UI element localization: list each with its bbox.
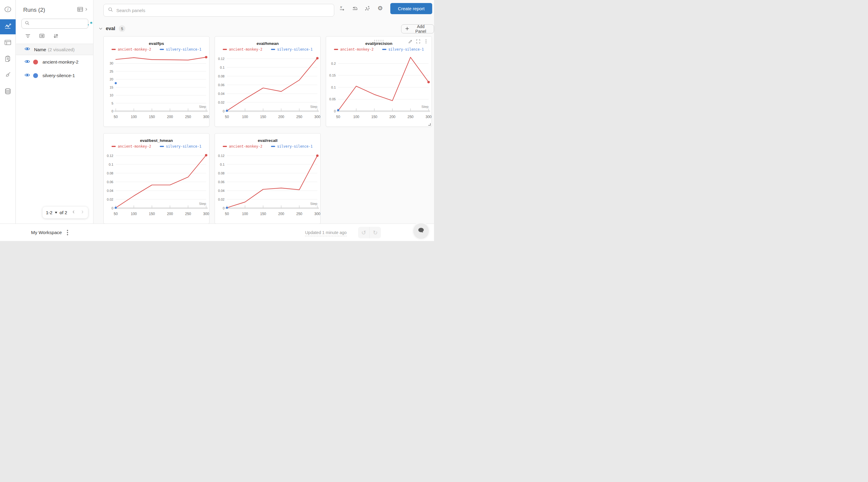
chart-panel[interactable]: eval/fps ancient-monkey-2silvery-silence… <box>103 36 210 127</box>
svg-text:300: 300 <box>203 115 209 119</box>
chart-panel[interactable]: eval/precision ancient-monkey-2silvery-s… <box>326 36 432 127</box>
svg-text:150: 150 <box>371 115 377 119</box>
workspace-name[interactable]: My Workspace <box>31 230 62 235</box>
resize-handle[interactable] <box>428 123 431 126</box>
workspace-menu-icon[interactable] <box>67 230 68 235</box>
page-of-label: of 2 <box>60 210 67 215</box>
svg-text:300: 300 <box>314 212 320 216</box>
visualized-header-row[interactable]: Name (2 visualized) <box>16 44 93 55</box>
create-report-button[interactable]: Create report <box>390 3 432 14</box>
panel-search-input[interactable] <box>116 8 330 13</box>
smoothing-iron-icon[interactable] <box>352 5 358 11</box>
legend-item[interactable]: ancient-monkey-2 <box>112 47 151 52</box>
edit-panel-icon[interactable] <box>408 39 413 45</box>
svg-text:0.04: 0.04 <box>107 189 113 193</box>
chart-panel[interactable]: eval/recall ancient-monkey-2silvery-sile… <box>215 133 321 224</box>
svg-text:0.06: 0.06 <box>218 180 224 184</box>
eye-icon[interactable] <box>24 73 30 78</box>
legend-run-name: ancient-monkey-2 <box>229 144 262 149</box>
redo-icon[interactable]: ↻ <box>370 227 381 238</box>
svg-text:0.05: 0.05 <box>330 97 336 101</box>
prev-page-icon[interactable] <box>71 210 76 215</box>
chart-plot[interactable]: 00.020.040.060.080.10.125010015020025030… <box>215 52 321 122</box>
svg-text:0.06: 0.06 <box>218 83 224 87</box>
runs-search-box[interactable]: .* <box>22 19 88 29</box>
svg-text:0.12: 0.12 <box>218 57 224 61</box>
brush-icon <box>4 71 12 80</box>
runs-search-input[interactable] <box>32 22 87 26</box>
expand-runs-icon[interactable] <box>84 7 88 13</box>
chart-panel[interactable]: eval/best_hmean ancient-monkey-2silvery-… <box>103 133 210 224</box>
chart-title: eval/recall <box>215 138 320 143</box>
legend-item[interactable]: silvery-silence-1 <box>271 144 313 149</box>
run-name[interactable]: silvery-silence-1 <box>42 73 75 78</box>
legend-run-name: ancient-monkey-2 <box>340 47 374 52</box>
fullscreen-icon[interactable] <box>415 39 421 45</box>
filter-icon[interactable] <box>25 33 31 40</box>
sort-icon[interactable] <box>53 33 59 40</box>
chart-plot[interactable]: 00.020.040.060.080.10.125010015020025030… <box>215 149 321 219</box>
legend-item[interactable]: silvery-silence-1 <box>160 47 202 52</box>
undo-icon[interactable]: ↺ <box>358 227 370 238</box>
group-list-icon[interactable] <box>39 33 45 40</box>
svg-text:15: 15 <box>110 86 113 89</box>
legend-item[interactable]: silvery-silence-1 <box>382 47 424 52</box>
svg-text:Step: Step <box>310 202 317 205</box>
legend-item[interactable]: ancient-monkey-2 <box>223 47 262 52</box>
rail-item-sweeps[interactable] <box>0 68 16 83</box>
rail-item-artifacts[interactable] <box>0 84 16 99</box>
panel-menu-icon[interactable] <box>424 39 429 45</box>
settings-gear-icon[interactable]: ⚙ <box>377 5 383 11</box>
updated-timestamp[interactable]: Updated 1 minute ago <box>305 230 347 236</box>
legend-dash <box>271 146 275 147</box>
svg-text:0: 0 <box>112 206 113 210</box>
run-color-dot <box>33 60 38 64</box>
section-title[interactable]: eval <box>106 26 115 31</box>
left-rail: i <box>0 0 16 224</box>
chart-plot[interactable]: 00.050.10.150.250100150200250300Step <box>326 52 432 122</box>
svg-text:0: 0 <box>112 109 113 113</box>
rail-item-logs[interactable] <box>0 52 16 67</box>
legend-dash <box>160 146 164 147</box>
visualized-label: Name <box>34 47 46 52</box>
legend-item[interactable]: ancient-monkey-2 <box>112 144 151 149</box>
chart-plot[interactable]: 00.020.040.060.080.10.125010015020025030… <box>104 149 210 219</box>
outliers-icon[interactable] <box>364 5 371 11</box>
add-panel-button[interactable]: Add Panel <box>401 24 434 33</box>
regex-toggle[interactable]: .* <box>87 22 93 26</box>
search-icon <box>25 21 30 27</box>
help-chat-button[interactable] <box>413 223 429 239</box>
legend-run-name: silvery-silence-1 <box>166 47 202 52</box>
legend-item[interactable]: silvery-silence-1 <box>160 144 202 149</box>
legend-item[interactable]: ancient-monkey-2 <box>223 144 262 149</box>
svg-text:100: 100 <box>131 212 137 216</box>
svg-text:100: 100 <box>242 115 248 119</box>
svg-text:150: 150 <box>260 115 266 119</box>
eye-icon[interactable] <box>24 59 30 65</box>
page-size-caret-icon[interactable] <box>55 212 57 214</box>
page-range-label[interactable]: 1-2 <box>46 210 53 215</box>
next-page-icon[interactable] <box>80 210 85 215</box>
runs-table-icon[interactable] <box>77 6 84 14</box>
run-name[interactable]: ancient-monkey-2 <box>42 59 79 64</box>
rail-item-info[interactable]: i <box>0 2 16 18</box>
drag-handle-icon[interactable] <box>373 39 384 43</box>
svg-text:5: 5 <box>112 101 113 105</box>
rail-item-workspace[interactable] <box>0 19 16 34</box>
eye-icon[interactable] <box>24 47 30 52</box>
legend-run-name: silvery-silence-1 <box>389 47 424 52</box>
svg-text:200: 200 <box>390 115 396 119</box>
legend-item[interactable]: ancient-monkey-2 <box>334 47 374 52</box>
run-row[interactable]: silvery-silence-1 <box>16 69 93 82</box>
legend-item[interactable]: silvery-silence-1 <box>271 47 313 52</box>
chevron-down-icon[interactable] <box>98 26 103 31</box>
svg-text:0.1: 0.1 <box>109 163 113 166</box>
x-axis-settings-icon[interactable]: x <box>339 5 345 11</box>
chart-plot[interactable]: 05101520253050100150200250300Step <box>104 52 210 122</box>
svg-text:0.12: 0.12 <box>107 154 113 158</box>
rail-item-table[interactable] <box>0 36 16 51</box>
svg-text:50: 50 <box>225 115 229 119</box>
run-row[interactable]: ancient-monkey-2 <box>16 55 93 69</box>
chart-panel[interactable]: eval/hmean ancient-monkey-2silvery-silen… <box>215 36 321 127</box>
panel-search-box[interactable] <box>103 4 334 17</box>
